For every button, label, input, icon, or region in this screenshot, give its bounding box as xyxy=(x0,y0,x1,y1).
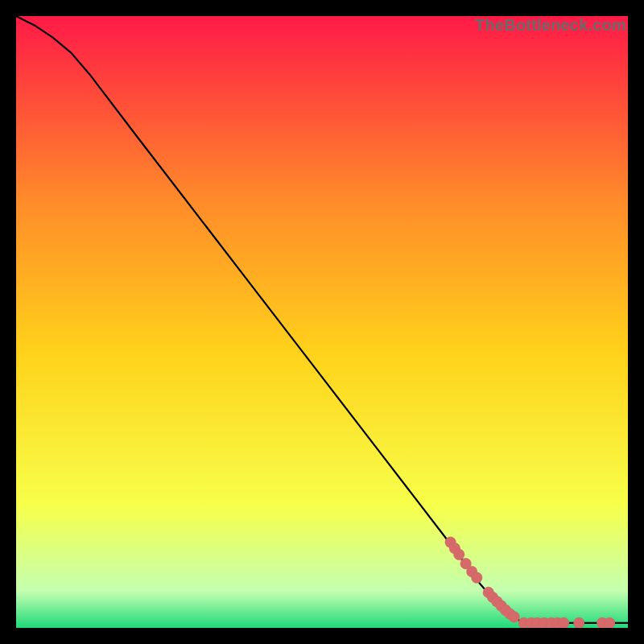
marker-dot xyxy=(453,549,464,560)
marker-dot xyxy=(558,617,569,628)
chart-overlay xyxy=(16,16,628,628)
marker-dot xyxy=(604,617,615,628)
marker-dot xyxy=(573,617,584,628)
curve-path xyxy=(16,16,628,623)
chart-stage: TheBottleneck.com xyxy=(0,0,644,644)
markers-group xyxy=(445,537,615,628)
marker-dot xyxy=(471,572,482,584)
plot-area: TheBottleneck.com xyxy=(16,16,628,628)
marker-dot xyxy=(509,611,520,622)
